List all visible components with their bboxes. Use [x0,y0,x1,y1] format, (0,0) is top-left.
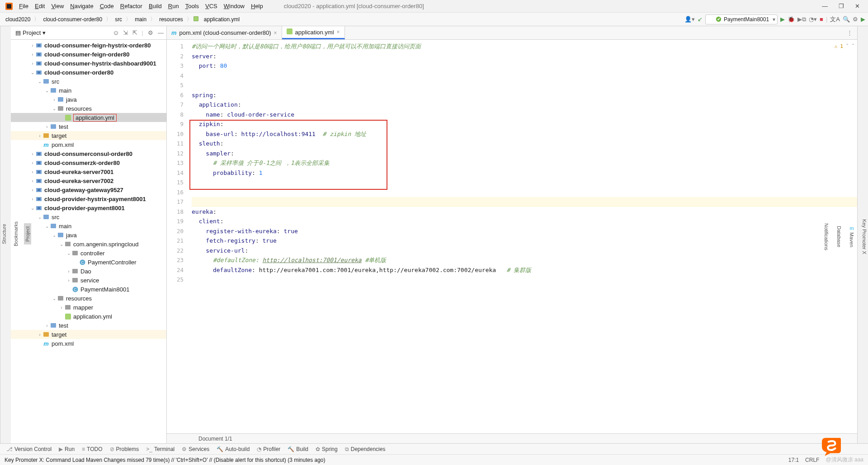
project-view-combo[interactable]: ▤ Project ▾ [14,28,47,37]
tree-node[interactable]: CPaymentController [11,258,166,267]
project-tool-button[interactable]: Project [24,223,31,244]
editor-tab[interactable]: application.yml× [282,26,345,39]
menu-navigate[interactable]: Navigate [67,1,96,11]
menu-build[interactable]: Build [146,1,165,11]
tree-node[interactable]: ⌄src [11,77,166,86]
select-opened-file-icon[interactable]: ⊙ [113,29,118,36]
tool-auto-build[interactable]: 🔨Auto-build [214,445,252,453]
tree-node[interactable]: ›test [11,122,166,131]
breadcrumb-segment[interactable]: application.yml [201,15,242,24]
tree-node[interactable]: ›Dao [11,267,166,276]
tree-node[interactable]: ›target [11,330,166,339]
search-everywhere-icon[interactable]: 🔍 [843,16,850,23]
tree-node[interactable]: ›cloud-consumerconsul-order80 [11,149,166,158]
code-editor[interactable]: ⚠1 ˆˇ #访问一个网站时，默认是80端口，给用户80端口，用户就可以不用加端… [192,40,857,433]
tree-node[interactable]: ›cloud-consumer-hystrix-dashboard9001 [11,59,166,68]
tree-node[interactable]: ›cloud-provider-hystrix-payment8001 [11,194,166,203]
tool-services[interactable]: ⚙Services [179,445,212,453]
tree-node[interactable]: mpom.xml [11,339,166,348]
line-sep-indicator[interactable]: CRLF [805,457,819,463]
build-icon[interactable]: ↙ [698,16,703,23]
close-tab-icon[interactable]: × [274,30,277,36]
debug-button[interactable]: 🐞 [788,16,795,23]
editor-tabs[interactable]: mpom.xml (cloud-consumer-order80)×applic… [167,26,857,40]
inspection-widget[interactable]: ⚠1 ˆˇ [833,42,857,52]
breadcrumb-segment[interactable]: main [132,15,149,24]
tool-spring[interactable]: ✿Spring [313,445,340,453]
menu-vcs[interactable]: VCS [203,1,220,11]
tool-dependencies[interactable]: ⧉Dependencies [342,445,388,453]
tree-node[interactable]: ›mapper [11,303,166,312]
tree-node[interactable]: ⌄com.angenin.springcloud [11,240,166,249]
menu-help[interactable]: Help [248,1,266,11]
breadcrumb-segment[interactable]: cloud2020 [3,15,33,24]
tree-node[interactable]: ›cloud-consumer-feign-order80 [11,50,166,59]
maximize-button[interactable]: ❐ [839,3,844,9]
tool-profiler[interactable]: ◔Profiler [254,445,283,453]
menu-code[interactable]: Code [97,1,117,11]
structure-tool-button[interactable]: Structure [0,221,8,247]
bottom-tool-stripe[interactable]: ⎇Version Control▶Run≡TODO⊘Problems>_Term… [0,443,868,454]
tree-node[interactable]: ⌄main [11,221,166,230]
left-tool-stripe[interactable]: Structure Bookmarks Project [0,26,11,443]
right-tool-stripe[interactable]: Key Promoter X m Maven Database Notifica… [857,26,868,443]
tree-node[interactable]: ›test [11,321,166,330]
close-button[interactable]: ✕ [855,3,860,9]
tree-node[interactable]: ⌄java [11,230,166,240]
tree-node[interactable]: ›service [11,276,166,285]
profile-button[interactable]: ◔▾ [809,16,817,23]
tree-node[interactable]: application.yml [11,113,166,122]
coverage-button[interactable]: ▶⧉ [797,16,806,23]
menu-window[interactable]: Window [221,1,247,11]
breadcrumb[interactable]: cloud2020〉cloud-consumer-order80〉src〉mai… [3,15,242,24]
translate-icon[interactable]: 文A [830,15,840,23]
tree-node[interactable]: ⌄resources [11,104,166,113]
add-config-icon[interactable]: 👤▾ [684,16,695,23]
menu-edit[interactable]: Edit [32,1,47,11]
menu-run[interactable]: Run [165,1,182,11]
tree-node[interactable]: ⌄resources [11,294,166,303]
run-button[interactable]: ▶ [780,16,785,23]
menu-file[interactable]: File [16,1,31,11]
tree-node[interactable]: ›cloud-eureka-server7002 [11,176,166,185]
tree-node[interactable]: ⌄cloud-consumer-order80 [11,68,166,77]
tree-node[interactable]: ›cloud-gateway-gateway9527 [11,185,166,194]
tree-node[interactable]: ›cloud-consumer-feign-hystrix-order80 [11,41,166,50]
execute-icon[interactable]: ▶ [861,16,865,23]
breadcrumb-segment[interactable]: src [112,15,125,24]
key-promoter-tool-button[interactable]: Key Promoter X [861,216,868,257]
tool-todo[interactable]: ≡TODO [79,445,105,453]
tree-node[interactable]: CPaymentMain8001 [11,285,166,294]
breadcrumb-segment[interactable]: cloud-consumer-order80 [40,15,105,24]
breadcrumb-segment[interactable]: resources [156,15,186,24]
tree-node[interactable]: ⌄controller [11,249,166,258]
tree-node[interactable]: ⌄main [11,86,166,95]
caret-position[interactable]: 17:1 [788,457,799,463]
hide-icon[interactable]: — [158,29,164,36]
bookmarks-tool-button[interactable]: Bookmarks [12,219,19,249]
tree-node[interactable]: ›target [11,131,166,140]
settings-icon[interactable]: ⚙ [853,16,858,23]
tree-node[interactable]: ›java [11,95,166,104]
tab-actions-icon[interactable]: ⋮ [847,29,853,36]
minimize-button[interactable]: — [822,3,828,9]
tool-problems[interactable]: ⊘Problems [107,445,142,453]
project-tree[interactable]: ›cloud-consumer-feign-hystrix-order80›cl… [11,40,166,443]
collapse-all-icon[interactable]: ⇱ [132,29,137,36]
tool-version-control[interactable]: ⎇Version Control [4,445,54,453]
menu-refactor[interactable]: Refactor [118,1,145,11]
expand-all-icon[interactable]: ⇲ [123,29,128,36]
close-tab-icon[interactable]: × [337,29,340,35]
run-configuration-combo[interactable]: PaymentMain8001 ▾ [705,14,778,24]
tree-node[interactable]: ›cloud-consumerzk-order80 [11,158,166,167]
tree-node[interactable]: ›cloud-eureka-server7001 [11,167,166,176]
tree-node[interactable]: ⌄cloud-provider-payment8001 [11,203,166,212]
stop-button[interactable]: ■ [820,16,823,23]
settings-icon[interactable]: ⚙ [148,29,153,36]
tool-terminal[interactable]: >_Terminal [143,445,177,453]
tree-node[interactable]: application.yml [11,312,166,321]
tool-run[interactable]: ▶Run [56,445,77,453]
tree-node[interactable]: ⌄src [11,212,166,221]
menu-tools[interactable]: Tools [183,1,202,11]
menu-view[interactable]: View [48,1,66,11]
